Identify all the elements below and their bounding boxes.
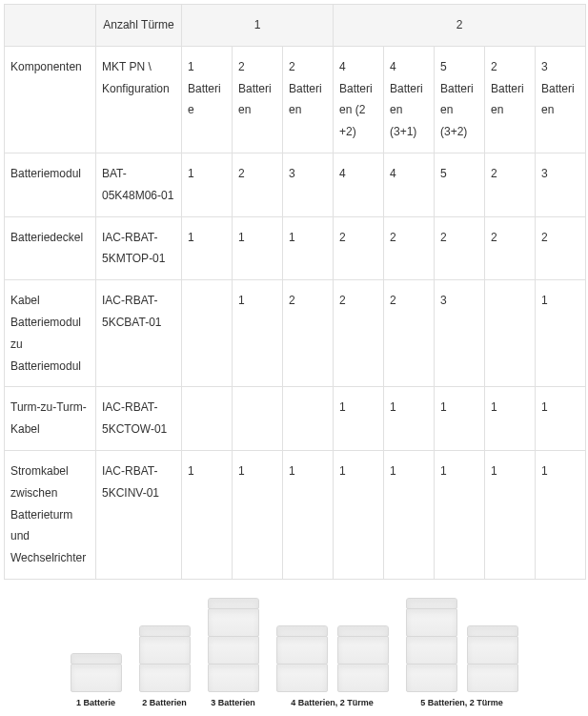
row-label: Batteriedeckel [5,216,96,280]
table-row: Turm-zu-Turm-Kabel IAC-RBAT-5KCTOW-01 1 … [5,387,586,451]
cell: 1 [182,153,233,216]
table-row: Batteriedeckel IAC-RBAT-5KMTOP-01 1 1 1 … [5,216,586,280]
row-mkt: BAT-05K48M06-01 [96,153,182,216]
col-label-c9: 3 Batterien [536,46,586,153]
cell [182,387,233,451]
cell: 1 [334,450,384,579]
config-3-batteries: 3 Batterien [208,599,259,707]
config-2-batteries: 2 Batterien [139,626,191,707]
cell: 2 [384,216,435,280]
cell [233,387,283,451]
cell: 2 [384,280,435,387]
cell: 1 [283,216,334,280]
config-5-batteries-2-towers: 5 Batterien, 2 Türme [406,599,518,707]
components-table: Anzahl Türme 1 2 Komponenten MKT PN \ Ko… [4,4,586,580]
cell: 2 [334,216,384,280]
cell: 1 [182,216,233,280]
cell: 1 [536,387,586,451]
cell: 1 [485,387,536,451]
config-label: 4 Batterien, 2 Türme [291,698,374,707]
table-row: Kabel Batteriemodul zu Batteriemodul IAC… [5,280,586,387]
config-label: 5 Batterien, 2 Türme [420,698,503,707]
row-label: Batteriemodul [5,153,96,216]
cell: 2 [233,153,283,216]
col-label-c2: 1 Batterie [182,46,233,153]
row-label: Stromkabel zwischen Batterieturm und Wec… [5,450,96,579]
cell: 1 [384,387,435,451]
cell: 2 [435,216,485,280]
cell: 1 [384,450,435,579]
cell [182,280,233,387]
cell: 1 [233,450,283,579]
col-label-mkt: MKT PN \ Konfiguration [96,46,182,153]
row-mkt: IAC-RBAT-5KMTOP-01 [96,216,182,280]
cell: 2 [283,280,334,387]
cell: 5 [435,153,485,216]
cell: 2 [485,216,536,280]
cell: 2 [485,153,536,216]
col-label-c7: 5 Batterien (3+2) [435,46,485,153]
col-label-c5: 4 Batterien (2 +2) [334,46,384,153]
cell: 1 [233,216,283,280]
col-label-c3: 2 Batterien [233,46,283,153]
cell: 4 [384,153,435,216]
cell: 2 [334,280,384,387]
config-1-battery: 1 Batterie [71,654,122,707]
cell: 3 [536,153,586,216]
col-label-c4: 2 Batterien [283,46,334,153]
tower-illustration: 1 Batterie 2 Batterien 3 [4,599,584,716]
column-labels-row: Komponenten MKT PN \ Konfiguration 1 Bat… [5,46,586,153]
cell: 1 [283,450,334,579]
table-row: Stromkabel zwischen Batterieturm und Wec… [5,450,586,579]
config-label: 2 Batterien [142,698,187,707]
row-mkt: IAC-RBAT-5KCINV-01 [96,450,182,579]
row-label: Turm-zu-Turm-Kabel [5,387,96,451]
table-row: Batteriemodul BAT-05K48M06-01 1 2 3 4 4 … [5,153,586,216]
col-label-c6: 4 Batterien (3+1) [384,46,435,153]
header-blank [5,5,96,47]
cell: 2 [536,216,586,280]
config-label: 3 Batterien [211,698,255,707]
config-4-batteries-2-towers: 4 Batterien, 2 Türme [276,626,389,707]
col-label-komponenten: Komponenten [5,46,96,153]
cell: 1 [435,450,485,579]
row-mkt: IAC-RBAT-5KCBAT-01 [96,280,182,387]
row-label: Kabel Batteriemodul zu Batteriemodul [5,280,96,387]
row-mkt: IAC-RBAT-5KCTOW-01 [96,387,182,451]
cell: 1 [334,387,384,451]
cell: 1 [536,280,586,387]
cell: 3 [435,280,485,387]
header-row-1: Anzahl Türme 1 2 [5,5,586,47]
cell: 1 [435,387,485,451]
cell: 1 [233,280,283,387]
cell: 4 [334,153,384,216]
header-group-1: 1 [182,5,334,47]
cell: 3 [283,153,334,216]
cell: 1 [182,450,233,579]
cell: 1 [536,450,586,579]
cell [485,280,536,387]
col-label-c8: 2 Batterien [485,46,536,153]
header-towers: Anzahl Türme [96,5,182,47]
cell: 1 [485,450,536,579]
cell [283,387,334,451]
header-group-2: 2 [334,5,586,47]
config-label: 1 Batterie [76,698,115,707]
